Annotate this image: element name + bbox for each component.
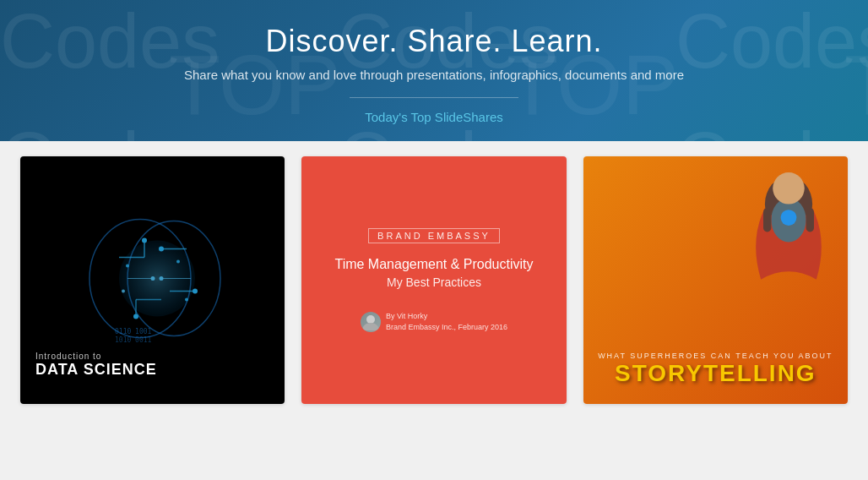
ds-main-text: DATA SCIENCE	[35, 361, 157, 379]
svg-point-24	[366, 315, 375, 324]
svg-point-14	[133, 314, 138, 319]
hero-today-label[interactable]: Today's Top SlideShares	[17, 110, 851, 124]
card-storytelling: WHAT SUPERHEROES CAN TEACH YOU ABOUT STO…	[583, 156, 848, 404]
thumbnail-storytelling[interactable]: WHAT SUPERHEROES CAN TEACH YOU ABOUT STO…	[583, 156, 848, 404]
hero-subtitle: Share what you know and love through pre…	[17, 68, 851, 82]
svg-point-10	[150, 276, 155, 281]
brain-circuit-image: 0110 1001 1010 0011	[68, 206, 237, 354]
svg-point-29	[773, 172, 805, 205]
tm-author-row: By Vit Horky Brand Embassy Inc., Februar…	[361, 311, 507, 332]
svg-rect-31	[763, 208, 771, 232]
author-avatar-image	[361, 312, 381, 332]
hero-section: Discover. Share. Learn. Share what you k…	[0, 0, 868, 141]
svg-rect-32	[806, 208, 814, 232]
story-main-text: STORYTELLING	[583, 360, 848, 387]
svg-point-22	[122, 289, 125, 292]
brand-label: BRAND EMBASSY	[368, 228, 500, 243]
story-what-text: WHAT SUPERHEROES CAN TEACH YOU ABOUT	[583, 352, 848, 360]
hero-divider	[350, 97, 518, 98]
svg-point-16	[193, 288, 198, 293]
tm-author-detail: Brand Embassy Inc., February 2016	[386, 322, 507, 333]
tm-author-name: By Vit Horky	[386, 311, 507, 322]
story-text-container: WHAT SUPERHEROES CAN TEACH YOU ABOUT STO…	[583, 352, 848, 387]
ds-intro-text: Introduction to	[35, 352, 157, 361]
hero-title: Discover. Share. Learn.	[17, 24, 851, 59]
tm-author-text: By Vit Horky Brand Embassy Inc., Februar…	[386, 311, 507, 332]
svg-text:1010 0011: 1010 0011	[115, 335, 152, 343]
svg-point-11	[159, 276, 163, 281]
svg-text:0110 1001: 0110 1001	[115, 327, 152, 335]
card-data-science: 0110 1001 1010 0011 Introduction to DATA…	[20, 156, 285, 404]
thumbnail-time-management[interactable]: BRAND EMBASSY Time Management & Producti…	[301, 156, 566, 404]
svg-point-19	[126, 264, 129, 267]
card-time-management: BRAND EMBASSY Time Management & Producti…	[301, 156, 566, 404]
superhero-figure-image	[746, 161, 831, 287]
data-science-text: Introduction to DATA SCIENCE	[35, 352, 157, 379]
author-avatar	[361, 312, 381, 332]
svg-point-20	[176, 259, 180, 263]
svg-point-7	[159, 246, 164, 251]
svg-point-5	[142, 237, 147, 243]
tm-title: Time Management & Productivity	[334, 257, 533, 272]
thumbnail-data-science[interactable]: 0110 1001 1010 0011 Introduction to DATA…	[20, 156, 285, 404]
tm-subtitle: My Best Practices	[387, 275, 481, 289]
svg-point-21	[185, 297, 188, 301]
cards-grid: 0110 1001 1010 0011 Introduction to DATA…	[20, 156, 848, 404]
svg-point-30	[781, 210, 797, 226]
cards-section: 0110 1001 1010 0011 Introduction to DATA…	[0, 141, 868, 429]
